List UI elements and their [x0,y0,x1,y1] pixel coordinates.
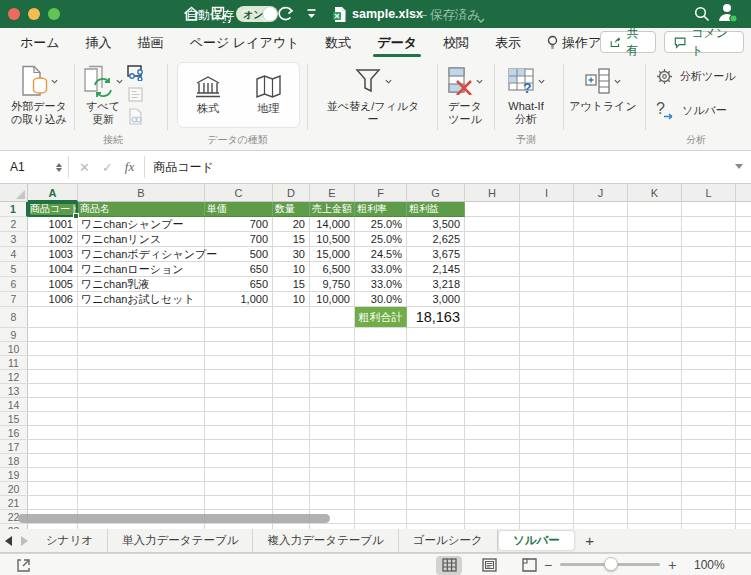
cell-K21[interactable] [628,496,682,510]
cell-C14[interactable] [205,398,273,412]
cell-K7[interactable] [628,292,682,307]
cell-M14[interactable] [736,398,751,412]
cell-D21[interactable] [273,496,310,510]
cancel-icon[interactable]: ✕ [79,160,90,175]
cell-K1[interactable] [628,202,682,217]
cell-H17[interactable] [465,440,520,454]
cell-B6[interactable]: ワニchan乳液 [78,277,205,292]
cell-A16[interactable] [28,426,78,440]
cell-D15[interactable] [273,412,310,426]
cell-M13[interactable] [736,384,751,398]
cell-K8[interactable] [628,307,682,328]
cell-F14[interactable] [355,398,407,412]
cell-L7[interactable] [682,292,736,307]
cell-E16[interactable] [310,426,355,440]
page-layout-view-button[interactable] [476,556,502,575]
cell-F7[interactable]: 30.0% [355,292,407,307]
cell-M18[interactable] [736,454,751,468]
analysis-tools-button[interactable]: 分析ツール [656,63,736,89]
tab-page-layout[interactable]: ページ レイアウト [190,28,300,57]
cell-K10[interactable] [628,342,682,356]
sheet-nav-left-icon[interactable] [0,529,16,552]
macro-record-icon[interactable] [16,558,31,573]
cell-M1[interactable] [736,202,751,217]
row-header-19[interactable]: 19 [0,468,28,482]
column-header-G[interactable]: G [407,184,465,202]
cell-M2[interactable] [736,217,751,232]
what-if-analysis-button[interactable]: ? What-If 分析 [496,62,556,126]
cell-G15[interactable] [407,412,465,426]
cell-I9[interactable] [520,328,574,342]
row-header-4[interactable]: 4 [0,247,28,262]
cell-I8[interactable] [520,307,574,328]
cell-C10[interactable] [205,342,273,356]
cell-A11[interactable] [28,356,78,370]
cell-C4[interactable]: 500 [205,247,273,262]
cell-M9[interactable] [736,328,751,342]
cell-D20[interactable] [273,482,310,496]
row-header-16[interactable]: 16 [0,426,28,440]
cell-B14[interactable] [78,398,205,412]
cell-K11[interactable] [628,356,682,370]
cell-F16[interactable] [355,426,407,440]
cell-L19[interactable] [682,468,736,482]
cell-B3[interactable]: ワニchanリンス [78,232,205,247]
cell-G22[interactable] [407,510,465,524]
cell-L14[interactable] [682,398,736,412]
cell-H9[interactable] [465,328,520,342]
cell-C6[interactable]: 650 [205,277,273,292]
sheet-tab-goal-seek[interactable]: ゴールシーク [399,529,498,552]
row-header-9[interactable]: 9 [0,328,28,342]
cell-E7[interactable]: 10,000 [310,292,355,307]
cell-E8[interactable] [310,307,355,328]
cell-J13[interactable] [574,384,628,398]
cell-J17[interactable] [574,440,628,454]
column-header-I[interactable]: I [520,184,574,202]
cell-L1[interactable] [682,202,736,217]
cell-D3[interactable]: 15 [273,232,310,247]
sheet-tab-scenario[interactable]: シナリオ [32,529,108,552]
column-header-J[interactable]: J [574,184,628,202]
search-icon[interactable] [694,5,710,23]
cell-G2[interactable]: 3,500 [407,217,465,232]
cell-F15[interactable] [355,412,407,426]
cell-C21[interactable] [205,496,273,510]
cell-D13[interactable] [273,384,310,398]
cell-H19[interactable] [465,468,520,482]
cell-L3[interactable] [682,232,736,247]
cell-C12[interactable] [205,370,273,384]
cell-F8[interactable]: 粗利合計 [355,307,407,328]
cell-F13[interactable] [355,384,407,398]
cell-B2[interactable]: ワニchanシャンプー [78,217,205,232]
cell-E4[interactable]: 15,000 [310,247,355,262]
select-all-corner[interactable] [0,184,28,202]
cell-J4[interactable] [574,247,628,262]
cell-J1[interactable] [574,202,628,217]
cell-E12[interactable] [310,370,355,384]
cell-G11[interactable] [407,356,465,370]
cell-A7[interactable]: 1006 [28,292,78,307]
row-header-21[interactable]: 21 [0,496,28,510]
column-header-B[interactable]: B [78,184,205,202]
cell-D11[interactable] [273,356,310,370]
row-header-11[interactable]: 11 [0,356,28,370]
cell-J6[interactable] [574,277,628,292]
ribbon-display-options-icon[interactable] [306,5,317,23]
cell-G8[interactable]: 18,163 [407,307,465,328]
cell-A2[interactable]: 1001 [28,217,78,232]
cell-M19[interactable] [736,468,751,482]
row-header-5[interactable]: 5 [0,262,28,277]
cell-E15[interactable] [310,412,355,426]
outline-button[interactable]: アウトライン [566,62,640,113]
cell-L15[interactable] [682,412,736,426]
cell-I12[interactable] [520,370,574,384]
row-header-12[interactable]: 12 [0,370,28,384]
column-header-E[interactable]: E [310,184,355,202]
cell-D5[interactable]: 10 [273,262,310,277]
column-header-A[interactable]: A [28,184,78,202]
cell-C1[interactable]: 単価 [205,202,273,217]
cell-C20[interactable] [205,482,273,496]
get-external-data-button[interactable]: 外部データ の取り込み [6,62,72,126]
formula-content[interactable]: 商品コード [145,159,214,176]
zoom-window-button[interactable] [48,8,60,20]
